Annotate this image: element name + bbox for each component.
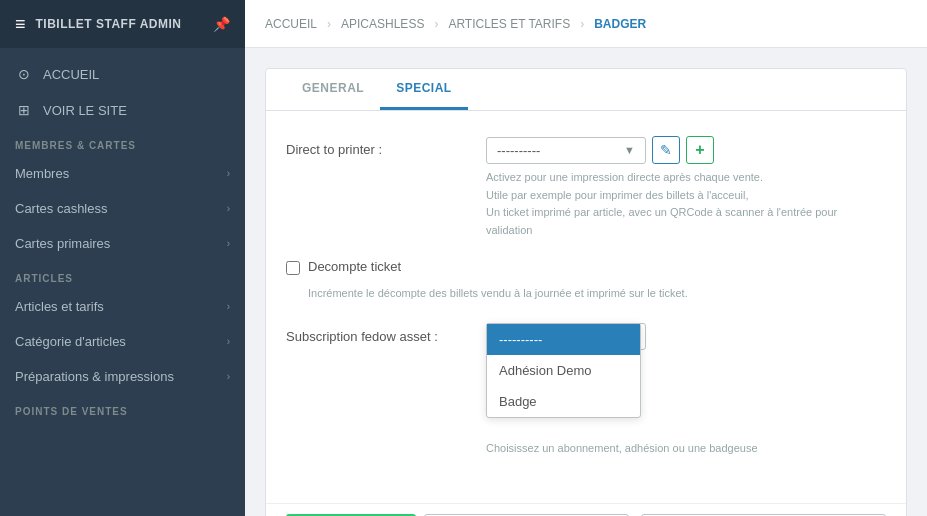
printer-select[interactable]: ---------- ▼ (486, 137, 646, 164)
direct-printer-control: ---------- ▼ ✎ + Activez pour une imp (486, 136, 886, 239)
printer-edit-button[interactable]: ✎ (652, 136, 680, 164)
chevron-right-icon: › (227, 203, 230, 214)
section-label-membres: MEMBRES & CARTES (0, 128, 245, 156)
section-label-points-ventes: POINTS DE VENTES (0, 394, 245, 422)
printer-add-button[interactable]: + (686, 136, 714, 164)
sidebar-item-label: Membres (15, 166, 217, 181)
voir-site-icon: ⊞ (15, 102, 33, 118)
sidebar-item-preparations[interactable]: Préparations & impressions › (0, 359, 245, 394)
decompte-checkbox-row: Decompte ticket (286, 259, 401, 275)
chevron-right-icon: › (227, 371, 230, 382)
decompte-row: Decompte ticket Incrémente le décompte d… (286, 259, 886, 303)
direct-printer-label: Direct to printer : (286, 136, 486, 157)
breadcrumb-sep-2: › (434, 17, 438, 31)
breadcrumb-articles-tarifs[interactable]: ARTICLES ET TARIFS (448, 17, 570, 31)
add-icon: + (695, 141, 704, 159)
main-card: GENERAL SPECIAL Direct to printer : ----… (265, 68, 907, 516)
sidebar-item-label: Préparations & impressions (15, 369, 217, 384)
subscription-row: Subscription fedow asset : ---------- --… (286, 323, 886, 458)
printer-hint-2: Utile par exemple pour imprimer des bill… (486, 187, 886, 205)
sidebar-item-label: Cartes primaires (15, 236, 217, 251)
breadcrumb-apicashless[interactable]: APICASHLESS (341, 17, 424, 31)
section-label-articles: ARTICLES (0, 261, 245, 289)
pin-icon[interactable]: 📌 (213, 16, 230, 32)
subscription-hint: Choisissez un abonnement, adhésion ou un… (486, 440, 886, 458)
content-area: GENERAL SPECIAL Direct to printer : ----… (245, 48, 927, 516)
printer-select-value: ---------- (497, 143, 540, 158)
sidebar-item-label: Cartes cashless (15, 201, 217, 216)
chevron-right-icon: › (227, 238, 230, 249)
printer-hint-3: Un ticket imprimé par article, avec un Q… (486, 204, 886, 239)
sidebar-item-cartes-cashless[interactable]: Cartes cashless › (0, 191, 245, 226)
decompte-label: Decompte ticket (308, 259, 401, 274)
accueil-icon: ⊙ (15, 66, 33, 82)
dropdown-item-badge[interactable]: Badge (487, 386, 640, 417)
dropdown-item-adhesion[interactable]: Adhésion Demo (487, 355, 640, 386)
subscription-dropdown: ---------- Adhésion Demo Badge (486, 323, 641, 418)
sidebar-item-articles-tarifs[interactable]: Articles et tarifs › (0, 289, 245, 324)
subscription-control: ---------- ---------- Adhésion Demo Badg… (486, 323, 886, 458)
breadcrumb-current: BADGER (594, 17, 646, 31)
sidebar-nav: ⊙ ACCUEIL ⊞ VOIR LE SITE MEMBRES & CARTE… (0, 48, 245, 516)
dropdown-item-empty[interactable]: ---------- (487, 324, 640, 355)
sidebar-item-label: ACCUEIL (43, 67, 230, 82)
sidebar-item-categorie[interactable]: Catégorie d'articles › (0, 324, 245, 359)
subscription-label: Subscription fedow asset : (286, 323, 486, 344)
chevron-right-icon: › (227, 336, 230, 347)
sidebar-item-accueil[interactable]: ⊙ ACCUEIL (0, 56, 245, 92)
breadcrumb-sep-1: › (327, 17, 331, 31)
sidebar-item-label: Catégorie d'articles (15, 334, 217, 349)
topbar: ACCUEIL › APICASHLESS › ARTICLES ET TARI… (245, 0, 927, 48)
edit-icon: ✎ (660, 142, 672, 158)
printer-hint-1: Activez pour une impression directe aprè… (486, 169, 886, 187)
chevron-right-icon: › (227, 301, 230, 312)
card-tabs: GENERAL SPECIAL (266, 69, 906, 111)
hamburger-icon[interactable]: ≡ (15, 14, 26, 35)
sidebar-item-label: VOIR LE SITE (43, 103, 230, 118)
sidebar-item-label: Articles et tarifs (15, 299, 217, 314)
sidebar-title: TIBILLET STAFF ADMIN (36, 17, 203, 31)
decompte-hint: Incrémente le décompte des billets vendu… (286, 285, 688, 303)
printer-select-arrow: ▼ (624, 144, 635, 156)
chevron-right-icon: › (227, 168, 230, 179)
sidebar-item-cartes-primaires[interactable]: Cartes primaires › (0, 226, 245, 261)
card-body: Direct to printer : ---------- ▼ ✎ + (266, 111, 906, 503)
sidebar: ≡ TIBILLET STAFF ADMIN 📌 ⊙ ACCUEIL ⊞ VOI… (0, 0, 245, 516)
sidebar-header: ≡ TIBILLET STAFF ADMIN 📌 (0, 0, 245, 48)
sidebar-item-membres[interactable]: Membres › (0, 156, 245, 191)
direct-printer-row: Direct to printer : ---------- ▼ ✎ + (286, 136, 886, 239)
breadcrumb-accueil[interactable]: ACCUEIL (265, 17, 317, 31)
decompte-checkbox[interactable] (286, 261, 300, 275)
tab-special[interactable]: SPECIAL (380, 69, 468, 110)
printer-select-wrapper: ---------- ▼ ✎ + (486, 136, 886, 164)
footer-buttons: ENREGISTRER Enregistrer et ajouter un no… (266, 503, 906, 516)
main-content: ACCUEIL › APICASHLESS › ARTICLES ET TARI… (245, 0, 927, 516)
sidebar-item-voir-site[interactable]: ⊞ VOIR LE SITE (0, 92, 245, 128)
breadcrumb-sep-3: › (580, 17, 584, 31)
tab-general[interactable]: GENERAL (286, 69, 380, 110)
printer-hint: Activez pour une impression directe aprè… (486, 169, 886, 239)
